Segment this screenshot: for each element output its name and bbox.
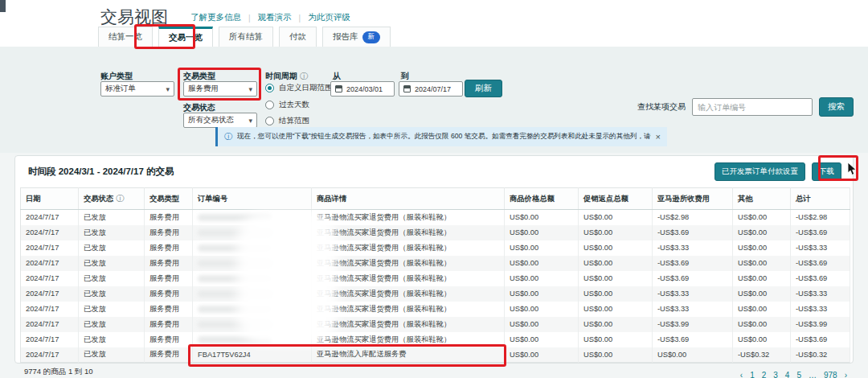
column-header-product: 商品详情 xyxy=(312,188,505,210)
tab-all-settlements[interactable]: 所有结算 xyxy=(219,27,273,47)
cell-type: 服务费用 xyxy=(145,256,193,271)
cell-status: 已发放 xyxy=(79,347,145,363)
search-button[interactable]: 搜索 xyxy=(819,97,854,117)
pagination-item[interactable]: › xyxy=(845,371,847,378)
table-row: 2024/7/17已发放服务费用亚马逊物流买家退货费用（服装和鞋靴）US$0.0… xyxy=(21,225,850,240)
cell-type: 服务费用 xyxy=(145,225,193,240)
cell-type: 服务费用 xyxy=(145,240,193,256)
tab-transaction-list[interactable]: 交易一览 xyxy=(158,27,213,47)
cell-order xyxy=(193,302,312,317)
tab-settlement-overview[interactable]: 结算一览 xyxy=(98,27,153,47)
tab-label: 付款 xyxy=(289,31,306,43)
tab-label: 报告库 xyxy=(333,31,358,43)
from-date-input[interactable]: 2024/03/01 xyxy=(330,81,395,97)
cell-total: -US$2.98 xyxy=(791,210,850,225)
radio-settlement-range[interactable]: 结算范围 xyxy=(265,116,333,126)
cell-other: US$0.00 xyxy=(733,317,791,332)
censored-order-number xyxy=(198,290,272,298)
new-badge: 新 xyxy=(362,31,381,43)
cell-total: -US$3.99 xyxy=(791,317,850,332)
transaction-view-page: 交易视图 了解更多信息 | 观看演示 | 为此页评级 结算一览交易一览所有结算付… xyxy=(0,0,868,378)
cell-date: 2024/7/17 xyxy=(21,225,79,240)
cell-amazon-fees: -US$3.69 xyxy=(653,256,733,271)
learn-more-link[interactable]: 了解更多信息 xyxy=(190,12,241,23)
tab-label: 结算一览 xyxy=(108,31,142,43)
cell-other: US$0.00 xyxy=(733,302,791,317)
transaction-type-select[interactable]: 服务费用 ▾ xyxy=(183,81,257,97)
radio-label: 自定义日期范围 xyxy=(279,83,333,93)
results-count: 9774 的商品 1 到 10 xyxy=(24,367,93,377)
refresh-button[interactable]: 刷新 xyxy=(465,80,502,97)
cell-total: -US$0.32 xyxy=(791,347,850,363)
pagination-item[interactable]: 2 xyxy=(762,371,767,378)
cell-amazon-fees: -US$3.33 xyxy=(653,240,733,256)
pagination-item[interactable]: 5 xyxy=(796,371,801,378)
cell-product: 亚马逊物流买家退货费用（服装和鞋靴） xyxy=(312,332,505,347)
censored-order-number xyxy=(198,229,272,236)
pagination-item[interactable]: 1 xyxy=(750,371,755,378)
radio-custom-date-range[interactable]: 自定义日期范围 xyxy=(265,83,333,93)
link-separator: | xyxy=(299,14,301,23)
cell-other: US$0.00 xyxy=(733,225,791,240)
info-icon: ⓘ xyxy=(300,72,308,80)
censored-order-number xyxy=(198,306,272,313)
cell-product: 亚马逊物流买家退货费用（服装和鞋靴） xyxy=(312,317,505,332)
cell-price-total: US$0.00 xyxy=(505,286,579,302)
censored-order-number xyxy=(198,214,272,221)
transactions-card: 时间段 2024/3/1 - 2024/7/17 的交易 已开发票订单付款设置 … xyxy=(14,155,854,364)
table-row: 2024/7/17已发放服务费用亚马逊物流买家退货费用（服装和鞋靴）US$0.0… xyxy=(21,271,850,286)
account-type-value: 标准订单 xyxy=(105,84,136,94)
column-header-type: 交易类型 xyxy=(145,188,193,210)
censored-order-number xyxy=(198,244,272,252)
column-header-date: 日期 xyxy=(21,188,79,210)
cell-promo-total: US$0.00 xyxy=(579,332,653,347)
cell-type: 服务费用 xyxy=(145,271,193,286)
cell-promo-total: US$0.00 xyxy=(579,286,653,302)
close-icon[interactable]: × xyxy=(656,133,661,142)
calendar-icon xyxy=(403,85,411,92)
invoiced-order-settings-button[interactable]: 已开发票订单付款设置 xyxy=(714,162,805,181)
account-type-select[interactable]: 标准订单 ▾ xyxy=(100,81,174,97)
column-header-amazon-fees: 亚马逊所收费用 xyxy=(653,188,733,210)
cell-total: -US$3.69 xyxy=(791,225,850,240)
censored-order-number xyxy=(198,275,272,282)
cell-price-total: US$0.00 xyxy=(505,240,579,256)
to-date-input[interactable]: 2024/07/17 xyxy=(399,81,463,97)
rate-page-link[interactable]: 为此页评级 xyxy=(308,12,350,23)
cell-order xyxy=(193,317,312,332)
order-number-search-input[interactable] xyxy=(692,98,813,116)
pagination-item[interactable]: 3 xyxy=(773,371,778,378)
tab-payments[interactable]: 付款 xyxy=(279,27,317,47)
page-header: 交易视图 了解更多信息 | 观看演示 | 为此页评级 结算一览交易一览所有结算付… xyxy=(0,0,868,47)
radio-button-icon xyxy=(265,84,274,92)
cell-price-total: US$0.00 xyxy=(505,302,579,317)
cell-product: 亚马逊物流买家退货费用（服装和鞋靴） xyxy=(312,271,505,286)
cell-status: 已发放 xyxy=(79,332,145,347)
cell-status: 已发放 xyxy=(79,240,145,256)
window-edge-fragment xyxy=(0,0,6,12)
transactions-tbody: 2024/7/17已发放服务费用亚马逊物流买家退货费用（服装和鞋靴）US$0.0… xyxy=(21,210,850,363)
cell-promo-total: US$0.00 xyxy=(579,210,653,225)
tab-label: 交易一览 xyxy=(169,32,203,43)
info-icon: ⓘ xyxy=(224,131,232,142)
cell-total: -US$3.33 xyxy=(791,286,850,302)
cell-product: 亚马逊物流买家退货费用（服装和鞋靴） xyxy=(312,240,505,256)
cell-date: 2024/7/17 xyxy=(21,317,79,332)
cell-total: -US$3.33 xyxy=(791,302,850,317)
pagination-item[interactable]: 4 xyxy=(785,371,790,378)
download-button[interactable]: 下载 xyxy=(812,162,841,181)
cell-type: 服务费用 xyxy=(145,347,193,363)
pagination-item[interactable]: 978 xyxy=(824,371,837,378)
cell-amazon-fees: -US$3.69 xyxy=(653,225,733,240)
tab-report-repository[interactable]: 报告库新 xyxy=(322,27,391,47)
pagination-item[interactable]: … xyxy=(809,371,817,378)
header-links: 了解更多信息 | 观看演示 | 为此页评级 xyxy=(190,12,350,23)
transaction-status-select[interactable]: 所有交易状态 ▾ xyxy=(183,113,257,128)
radio-past-days[interactable]: 过去天数 xyxy=(265,100,333,110)
cell-type: 服务费用 xyxy=(145,286,193,302)
cell-type: 服务费用 xyxy=(145,210,193,225)
watch-demo-link[interactable]: 观看演示 xyxy=(258,12,292,23)
pagination-item[interactable]: ‹ xyxy=(740,371,743,378)
cell-amazon-fees: -US$3.33 xyxy=(653,286,733,302)
table-row: 2024/7/17已发放服务费用亚马逊物流买家退货费用（服装和鞋靴）US$0.0… xyxy=(21,240,850,256)
